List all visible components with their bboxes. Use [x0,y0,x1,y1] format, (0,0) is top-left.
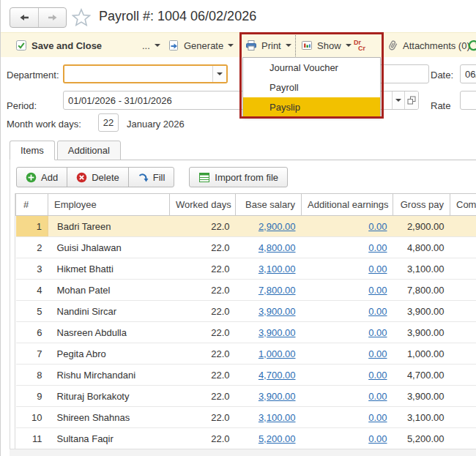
table-row[interactable]: 6 Nasreen Abdulla 22.0 3,900.00 0.00 3,9… [16,322,476,343]
department-value[interactable] [64,66,212,82]
row-number: 7 [16,343,48,365]
base-salary-link[interactable]: 5,200.00 [259,433,296,444]
debit-credit-button[interactable]: Dr Cr [354,33,365,58]
table-row[interactable]: 11 Sultana Faqir 22.0 5,200.00 0.00 5,20… [16,428,476,449]
table-row[interactable]: 9 Rituraj Borkakoty 22.0 3,900.00 0.00 3… [16,386,476,407]
comp-cell [450,322,476,343]
more-menu-button[interactable]: ... [142,33,160,58]
additional-earnings-link[interactable]: 0.00 [368,391,387,402]
employee-name: Sultana Faqir [48,428,170,449]
base-salary-link[interactable]: 7,800.00 [259,285,296,296]
caret-down-icon [155,44,160,47]
additional-earnings-link[interactable]: 0.00 [368,263,387,274]
row-number: 4 [16,280,48,301]
caret-down-icon [395,99,401,102]
worked-days-value: 22.0 [170,407,236,428]
additional-earnings-link[interactable]: 0.00 [368,433,387,444]
worked-days-value: 22.0 [170,280,236,301]
worked-days-value: 22.0 [170,237,236,258]
import-from-file-button[interactable]: Import from file [189,167,288,187]
additional-earnings-link[interactable]: 0.00 [368,221,387,232]
fill-label: Fill [153,172,166,183]
forward-button[interactable] [38,8,66,27]
row-number: 2 [16,237,48,258]
additional-earnings-link[interactable]: 0.00 [368,412,387,423]
rate-input[interactable] [460,91,476,110]
fill-button[interactable]: Fill [128,167,175,187]
favorite-star-button[interactable] [72,8,91,29]
save-and-close-button[interactable]: Save and Close [15,33,102,58]
table-row[interactable]: 1 Badri Tareen 22.0 2,900.00 0.00 2,900.… [16,216,476,237]
generate-button[interactable]: Generate [168,33,234,58]
additional-earnings-link[interactable]: 0.00 [368,285,387,296]
attachments-button[interactable]: Attachments (0) [387,33,470,58]
table-row[interactable]: 7 Pegita Abro 22.0 1,000.00 0.00 1,000.0… [16,343,476,365]
department-dropdown-button[interactable] [212,66,226,82]
refresh-button[interactable] [467,33,476,58]
base-salary-link[interactable]: 4,700.00 [259,370,296,381]
additional-earnings-link[interactable]: 0.00 [368,348,387,359]
table-row[interactable]: 3 Hikmet Bhatti 22.0 3,100.00 0.00 3,100… [16,258,476,280]
comp-cell [450,301,476,322]
tab-bar: ItemsAdditional [10,141,476,160]
row-number: 5 [16,301,48,322]
base-salary-link[interactable]: 3,900.00 [259,391,296,402]
period-popup-button[interactable] [404,91,418,109]
additional-earnings-link[interactable]: 0.00 [368,242,387,253]
base-salary-link[interactable]: 3,100.00 [259,263,296,274]
employee-name: Mohan Patel [48,280,170,301]
x-circle-icon [76,172,87,183]
table-row[interactable]: 4 Mohan Patel 22.0 7,800.00 0.00 7,800.0… [16,280,476,301]
tab-items[interactable]: Items [10,141,55,160]
worked-days-value: 22.0 [170,428,236,449]
column-header-gross-pay: Gross pay [393,194,450,216]
rate-label: Rate [431,100,450,111]
horizontal-scrollbar[interactable] [10,449,476,456]
table-header-row: #EmployeeWorked daysBase salaryAdditiona… [16,194,476,216]
comp-cell [450,365,476,386]
paperclip-icon [387,40,398,51]
column-header-employee: Employee [48,194,170,216]
tab-additional[interactable]: Additional [57,141,121,160]
base-salary-link[interactable]: 4,800.00 [259,242,296,253]
column-header-base-salary: Base salary [236,194,302,216]
additional-earnings-link[interactable]: 0.00 [368,370,387,381]
base-salary-link[interactable]: 1,000.00 [259,348,296,359]
show-button[interactable]: Show [301,33,352,58]
base-salary-link[interactable]: 3,100.00 [259,412,296,423]
month-name-text: January 2026 [127,119,185,130]
additional-earnings-link[interactable]: 0.00 [368,327,387,338]
menu-item-payslip[interactable]: Payslip [243,97,380,117]
column-header-additional-earnings: Additional earnings [302,194,393,216]
department-select[interactable] [63,64,228,83]
worked-days-value: 22.0 [170,365,236,386]
menu-item-journal-voucher[interactable]: Journal Voucher [243,58,380,78]
menu-item-payroll[interactable]: Payroll [243,78,380,97]
period-dropdown-button[interactable] [392,91,404,109]
forward-arrow-icon [47,12,59,23]
gross-pay-value: 5,200.00 [393,428,450,449]
print-button[interactable]: Print [241,33,296,58]
date-input[interactable] [460,64,476,83]
add-button[interactable]: Add [16,167,67,187]
base-salary-link[interactable]: 3,900.00 [259,306,296,317]
print-icon [245,40,257,51]
table-row[interactable]: 5 Nandini Sircar 22.0 3,900.00 0.00 3,90… [16,301,476,322]
date-label: Date: [431,70,453,81]
month-work-days-input[interactable] [98,113,119,132]
toolbar: Save and Close ... Generate Print Show [1,32,476,57]
base-salary-link[interactable]: 3,900.00 [259,327,296,338]
table-row[interactable]: 10 Shireen Shahnas 22.0 3,100.00 0.00 3,… [16,407,476,428]
worked-days-value: 22.0 [170,386,236,407]
gross-pay-value: 3,900.00 [393,301,450,322]
worked-days-value: 22.0 [170,343,236,365]
table-row[interactable]: 8 Rishu Mirchandani 22.0 4,700.00 0.00 4… [16,365,476,386]
back-button[interactable] [10,8,38,27]
table-row[interactable]: 2 Guisi Jhalawan 22.0 4,800.00 0.00 4,80… [16,237,476,258]
additional-earnings-link[interactable]: 0.00 [368,306,387,317]
base-salary-link[interactable]: 2,900.00 [259,221,296,232]
gross-pay-value: 4,700.00 [393,365,450,386]
import-label: Import from file [215,172,278,183]
gross-pay-value: 1,000.00 [393,343,450,365]
delete-button[interactable]: Delete [67,167,129,187]
